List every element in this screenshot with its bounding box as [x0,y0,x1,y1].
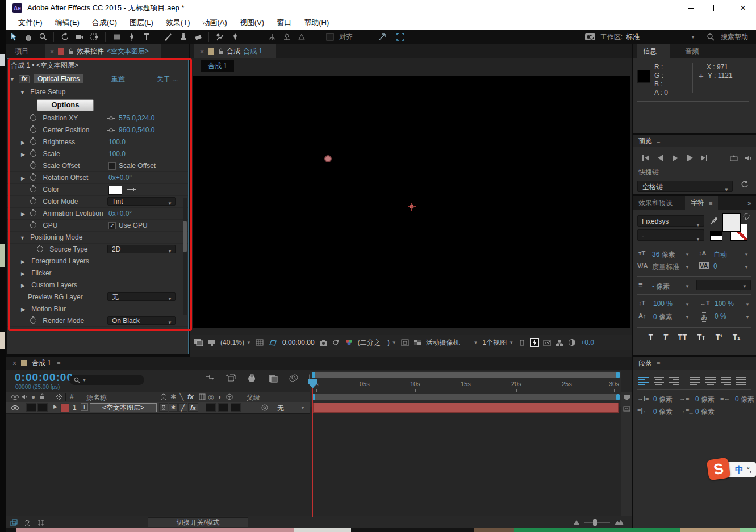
source-type-dropdown[interactable]: 2D▼ [107,245,176,253]
options-button[interactable]: Options [37,99,94,111]
ime-lang-mode[interactable]: 中 [735,464,744,475]
monitor-icon[interactable] [208,339,216,346]
param-group-flicker[interactable]: ▶ Flicker [7,267,188,279]
layer-eye-icon[interactable] [11,405,19,410]
play-button[interactable] [668,153,683,163]
tab-overflow-icon[interactable]: » [747,199,751,207]
superscript-button[interactable]: T¹ [716,333,722,341]
twirl-right-icon[interactable]: ▶ [21,259,25,265]
panel-menu-icon[interactable]: ≡ [657,137,660,144]
comp-marker-icon[interactable] [623,394,630,401]
zoom-in-frames-icon[interactable] [615,520,624,525]
audio-column-icon[interactable] [22,394,28,400]
stopwatch-icon[interactable] [30,139,36,145]
twirl-down-icon[interactable]: ▼ [20,90,25,95]
transparency-grid-icon[interactable] [413,339,421,346]
chevron-down-icon[interactable]: ▼ [685,302,690,307]
twirl-right-icon[interactable]: ▶ [21,211,25,217]
param-group-motion-blur[interactable]: ▶ Motion Blur [7,303,188,315]
comp-button-icon[interactable] [623,405,630,412]
transform-box-icon[interactable] [37,519,44,526]
font-style-dropdown[interactable]: - ▼ [637,229,704,241]
label-column-icon[interactable] [56,393,62,400]
menu-composition[interactable]: 合成(C) [92,18,117,28]
chevron-down-icon[interactable]: ▼ [745,315,750,320]
param-group-flare-setup[interactable]: ▼ Flare Setup [7,86,188,98]
effect-point-icon[interactable] [107,127,115,134]
twirl-right-icon[interactable]: ▶ [21,307,25,312]
region-of-interest-icon[interactable] [401,339,409,346]
selection-tool-icon[interactable] [7,31,20,43]
stroke-style-dropdown[interactable]: ▼ [696,280,751,290]
space-before-value[interactable]: 0 像素 [653,407,673,417]
view-layout-dropdown[interactable]: 1个视图 [483,338,507,347]
brush-tool-icon[interactable] [162,31,176,43]
panel-menu-icon[interactable]: ≡ [267,48,270,55]
tracking-value[interactable]: 0 [713,262,717,270]
cube-3d-column-icon[interactable] [226,393,233,400]
motion-blur-icon[interactable] [268,374,278,383]
layer-name-field[interactable]: <空文本图层> [90,403,157,412]
comp-subtab[interactable]: 合成 1 [201,60,234,72]
menu-file[interactable]: 文件(F) [18,18,43,28]
region-of-interest-icon[interactable] [394,31,407,43]
navigator-end-handle[interactable] [616,372,620,378]
stopwatch-icon[interactable] [30,174,36,181]
tab-close-icon[interactable]: × [50,48,54,56]
param-group-positioning-mode[interactable]: ▼ Positioning Mode [7,232,188,244]
layer-collapse-switch[interactable]: ╱ [178,403,187,412]
current-time-display[interactable]: 0:00:00:00 [15,371,73,384]
brainstorm-icon[interactable] [289,374,299,383]
leading-value[interactable]: 自动 [713,250,727,259]
fast-preview-icon[interactable] [531,339,538,346]
layer-color-chip[interactable] [60,403,69,413]
roto-brush-tool-icon[interactable] [214,31,227,43]
stopwatch-icon[interactable] [30,198,36,204]
menu-help[interactable]: 帮助(H) [304,18,329,28]
prev-frame-button[interactable] [653,153,668,163]
work-area-bar[interactable] [313,394,619,400]
stopwatch-icon[interactable] [30,210,36,216]
navigator-start-handle[interactable] [312,372,315,378]
collapse-column-icon[interactable]: ╲ [179,393,183,401]
font-size-value[interactable]: 36 像素 [652,250,675,259]
align-swatch-icon[interactable] [323,31,337,43]
eye-column-icon[interactable] [11,395,19,400]
fill-color-swatch[interactable] [722,213,741,232]
loop-button[interactable] [726,153,741,163]
zoom-level-dropdown[interactable]: (40.1%) [220,338,244,346]
comp-mini-flowchart-icon[interactable] [204,374,215,383]
solo-toggle-box[interactable] [37,403,48,412]
twirl-right-icon[interactable]: ▶ [21,175,25,181]
mask-visibility-icon[interactable] [269,339,278,346]
flare-position-dot[interactable] [324,155,332,162]
stopwatch-icon[interactable] [30,115,36,121]
snapshot-camera-icon[interactable] [319,339,328,346]
param-value[interactable]: 960.0,540.0 [119,124,154,136]
layer-expand-icon[interactable]: ▶ [53,404,57,409]
frame-blending-icon[interactable] [247,374,257,383]
lock-column-icon[interactable] [40,393,45,400]
timeline-graph-icon[interactable] [543,339,551,346]
justify-last-right-button[interactable] [720,375,732,385]
color-mode-dropdown[interactable]: Tint▼ [107,197,176,206]
param-value[interactable]: 0x+0.0° [108,208,132,219]
shortcut-dropdown[interactable]: 空格键 ▼ [637,181,733,192]
twirl-right-icon[interactable]: ▶ [21,283,25,288]
param-value[interactable]: 100.0 [108,148,126,160]
scrollbar-track[interactable] [183,198,187,315]
small-caps-button[interactable]: Tᴛ [697,333,705,341]
panel-menu-icon[interactable]: ≡ [153,48,157,55]
stroke-width-value[interactable]: - 像素 [652,282,670,291]
reset-exposure-icon[interactable] [568,338,576,346]
shy-toggle-icon[interactable] [24,519,32,526]
rotate-tool-icon[interactable] [59,31,72,43]
reset-shortcut-icon[interactable] [741,181,748,188]
pixel-aspect-icon[interactable] [518,339,526,346]
all-caps-button[interactable]: TT [678,333,687,341]
justify-all-button[interactable] [735,375,747,385]
composition-canvas[interactable] [193,76,630,328]
subscript-button[interactable]: T₁ [733,333,740,341]
last-frame-button[interactable] [697,153,712,163]
frame-blend-column-icon[interactable] [199,393,206,400]
